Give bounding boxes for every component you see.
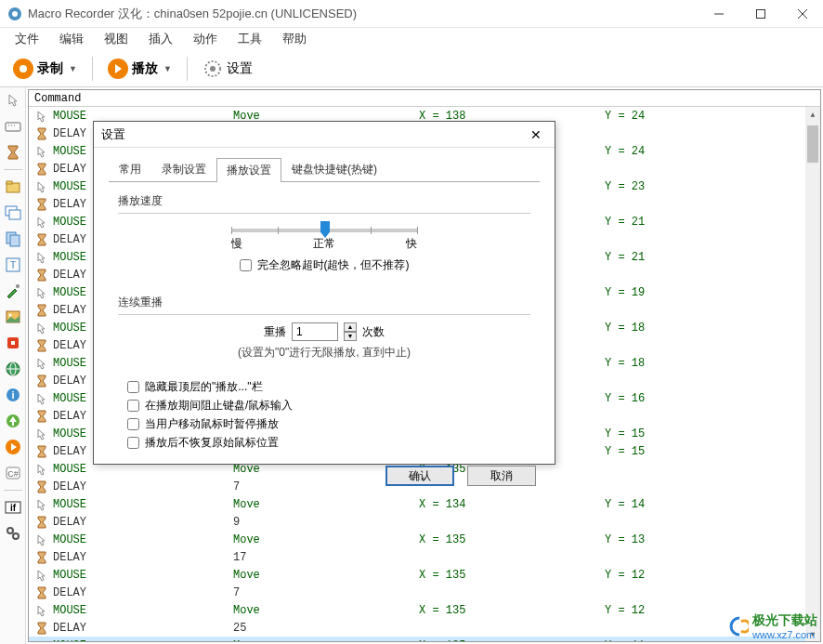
info-tool-icon[interactable]: i <box>4 386 22 404</box>
menu-file[interactable]: 文件 <box>6 28 48 50</box>
up-tool-icon[interactable] <box>4 412 22 430</box>
if-tool-icon[interactable]: if <box>4 498 22 517</box>
dialog-close-button[interactable]: ✕ <box>525 124 547 146</box>
gear-icon <box>202 59 223 79</box>
watermark-logo-icon <box>723 616 749 637</box>
table-row[interactable]: MOUSEMoveX = 135Y = 12 <box>29 566 820 584</box>
play-button[interactable]: 播放 ▼ <box>102 54 177 84</box>
cursor-icon <box>34 322 49 335</box>
window-tool-icon[interactable] <box>4 204 22 222</box>
cancel-button[interactable]: 取消 <box>467 466 536 486</box>
scroll-up-icon[interactable]: ▲ <box>805 107 820 122</box>
menu-view[interactable]: 视图 <box>95 28 137 50</box>
skip-timeout-checkbox[interactable] <box>240 259 252 271</box>
dialog-titlebar[interactable]: 设置 ✕ <box>94 122 555 148</box>
menu-action[interactable]: 动作 <box>184 28 227 50</box>
table-row[interactable]: DELAY25 <box>29 619 820 637</box>
hourglass-icon <box>34 339 49 352</box>
repeat-count-input[interactable] <box>292 322 338 341</box>
block-input-checkbox[interactable] <box>127 400 139 412</box>
play-icon <box>108 59 128 79</box>
hourglass-icon <box>34 445 49 458</box>
cursor-icon <box>34 498 49 511</box>
maximize-button[interactable] <box>739 0 781 28</box>
delay-tool-icon[interactable] <box>4 143 22 162</box>
svg-point-1 <box>12 11 18 17</box>
svg-rect-17 <box>10 235 20 246</box>
svg-point-20 <box>16 284 20 288</box>
cursor-icon <box>34 216 49 229</box>
window-title: Macro Recorder 汉化：china0sen 52pojie.cn (… <box>28 6 698 22</box>
table-header[interactable]: Command <box>29 90 820 107</box>
svg-rect-15 <box>9 210 20 219</box>
record-button[interactable]: 录制 ▼ <box>7 54 83 84</box>
copy-tool-icon[interactable] <box>4 230 22 248</box>
chevron-down-icon: ▼ <box>163 64 172 73</box>
csharp-tool-icon[interactable]: C# <box>4 464 22 482</box>
menu-help[interactable]: 帮助 <box>273 28 316 50</box>
cursor-icon <box>34 357 49 370</box>
settings-dialog: 设置 ✕ 常用 录制设置 播放设置 键盘快捷键(热键) 播放速度 慢 正常 快 <box>93 121 555 465</box>
pause-on-mouse-checkbox[interactable] <box>127 418 139 430</box>
open-tool-icon[interactable] <box>4 177 22 196</box>
menu-edit[interactable]: 编辑 <box>50 28 93 50</box>
svg-rect-8 <box>6 123 20 131</box>
repeat-group: 连续重播 重播 ▲▼ 次数 (设置为"0"进行无限播放, 直到中止) <box>118 295 530 368</box>
svg-point-37 <box>13 533 19 539</box>
minimize-button[interactable] <box>698 0 739 28</box>
svg-rect-13 <box>7 181 12 184</box>
svg-text:C#: C# <box>7 469 19 479</box>
main-toolbar: 录制 ▼ 播放 ▼ 设置 <box>0 50 823 87</box>
menu-tools[interactable]: 工具 <box>229 28 271 50</box>
hourglass-icon <box>34 127 49 140</box>
table-row[interactable]: DELAY17 <box>29 548 820 566</box>
vertical-scrollbar[interactable]: ▲ ▼ <box>805 107 820 641</box>
globe-tool-icon[interactable] <box>4 360 22 378</box>
tab-play-settings[interactable]: 播放设置 <box>216 158 281 182</box>
table-row[interactable]: MOUSEMoveX = 134Y = 14 <box>29 495 820 513</box>
hourglass-icon <box>34 269 49 282</box>
table-row[interactable]: MOUSEMoveX = 135Y = 11 <box>29 637 820 642</box>
table-row[interactable]: MOUSEMoveX = 135Y = 13 <box>29 531 820 548</box>
image-tool-icon[interactable] <box>4 308 22 326</box>
speed-slider[interactable] <box>231 229 417 232</box>
table-row[interactable]: DELAY9 <box>29 513 820 531</box>
repeat-spinner[interactable]: ▲▼ <box>344 322 357 341</box>
ok-button[interactable]: 确认 <box>385 466 454 486</box>
svg-point-22 <box>8 314 11 317</box>
mouse-tool-icon[interactable] <box>4 91 22 110</box>
text-tool-icon[interactable]: T <box>4 256 22 274</box>
hourglass-icon <box>34 410 49 423</box>
cursor-icon <box>34 110 49 123</box>
cursor-icon <box>34 251 49 264</box>
cursor-icon <box>34 180 49 193</box>
cursor-icon <box>34 604 49 617</box>
cursor-icon <box>34 569 49 582</box>
settings-tool-icon[interactable] <box>4 524 22 543</box>
hourglass-icon <box>34 480 49 493</box>
side-toolbar: T i C# if <box>0 87 26 644</box>
hourglass-icon <box>34 622 49 635</box>
table-row[interactable]: MOUSEMoveX = 135Y = 12 <box>29 601 820 619</box>
hourglass-icon <box>34 375 49 388</box>
svg-point-36 <box>7 528 13 533</box>
tab-general[interactable]: 常用 <box>109 157 151 181</box>
tab-record-settings[interactable]: 录制设置 <box>151 157 216 181</box>
hourglass-icon <box>34 233 49 246</box>
table-row[interactable]: DELAY7 <box>29 584 820 601</box>
play-tool-icon[interactable] <box>4 438 22 456</box>
settings-button[interactable]: 设置 <box>197 54 258 84</box>
close-button[interactable] <box>781 0 823 28</box>
cursor-icon <box>34 639 49 643</box>
picker-tool-icon[interactable] <box>4 282 22 300</box>
cursor-icon <box>34 533 49 546</box>
tab-hotkeys[interactable]: 键盘快捷键(热键) <box>281 157 387 181</box>
keyboard-tool-icon[interactable] <box>4 117 22 136</box>
no-restore-mouse-checkbox[interactable] <box>127 437 139 449</box>
hide-play-bar-checkbox[interactable] <box>127 381 139 393</box>
stop-tool-icon[interactable] <box>4 334 22 352</box>
menu-insert[interactable]: 插入 <box>139 28 182 50</box>
scrollbar-thumb[interactable] <box>807 125 818 163</box>
svg-rect-24 <box>11 341 15 345</box>
watermark: 极光下载站 www.xz7.com <box>723 612 817 640</box>
